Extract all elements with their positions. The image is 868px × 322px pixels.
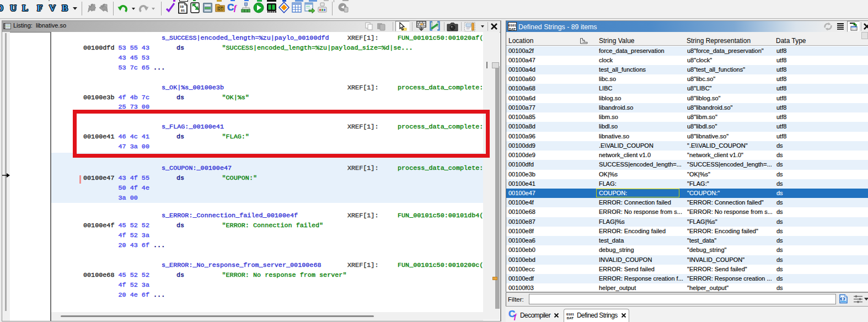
svg-text:01: 01 bbox=[181, 9, 185, 13]
svg-text:DT: DT bbox=[218, 7, 223, 10]
svg-text:10: 10 bbox=[180, 5, 184, 9]
